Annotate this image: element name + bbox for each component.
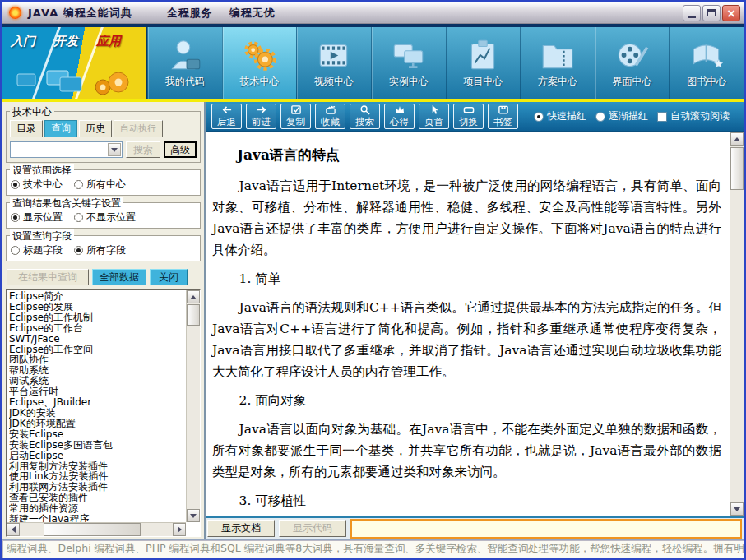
logo-tab-apply[interactable]: 应用 — [96, 34, 121, 49]
logo-tab-develop[interactable]: 开发 — [53, 34, 78, 49]
radio-icon — [534, 112, 544, 122]
checkbox-auto-scroll[interactable]: 自动滚动阅读 — [657, 109, 730, 123]
toolbar-label: 切换 — [459, 116, 478, 128]
document-scrollbar[interactable] — [730, 132, 744, 516]
list-vertical-scrollbar[interactable] — [186, 290, 200, 522]
search-icon — [359, 104, 372, 115]
article-paragraph: Java语言以面向对象为基础。在Java语言中，不能在类外面定义单独的数据和函数… — [212, 419, 721, 483]
radio-icon — [74, 180, 83, 189]
scroll-down-button[interactable] — [730, 502, 744, 516]
nav-item-book-center[interactable]: 图书中心 — [669, 27, 744, 99]
maximize-icon — [707, 9, 716, 16]
scroll-thumb[interactable] — [187, 304, 200, 326]
scroll-thumb[interactable] — [730, 147, 744, 190]
switch-button[interactable]: 切换 — [453, 104, 484, 129]
triangle-up-icon — [190, 292, 197, 299]
radio-title-field[interactable]: 标题字段 — [11, 243, 63, 257]
triangle-down-icon — [190, 514, 197, 521]
collect-button[interactable]: 收藏 — [315, 104, 345, 129]
search-button[interactable]: 搜索 — [126, 141, 160, 158]
triangle-up-icon — [734, 134, 740, 141]
radio-fast-highlight[interactable]: 快速描红 — [534, 109, 586, 123]
radio-show-position[interactable]: 显示位置 — [11, 211, 63, 224]
scroll-right-button[interactable] — [173, 523, 186, 536]
show-code-button[interactable]: 显示代码 — [279, 520, 346, 537]
list-item[interactable]: JDK的环境配置 — [9, 419, 186, 429]
maximize-button[interactable] — [702, 5, 721, 21]
nav-item-ui-center[interactable]: 界面中心 — [595, 27, 670, 99]
search-text-button[interactable]: 搜索 — [350, 104, 380, 129]
zip-folder-icon — [539, 38, 577, 72]
page-top-button[interactable]: 页首 — [419, 104, 449, 129]
insight-button[interactable]: 心得 — [384, 104, 415, 129]
article-paragraph: Java语言的语法规则和C++语言类似。它通过提供最基本的方法完成指定的任务。但… — [212, 297, 721, 382]
radio-all-fields[interactable]: 所有字段 — [74, 243, 126, 257]
close-panel-button[interactable]: 关闭 — [150, 269, 188, 285]
list-item[interactable]: 启动Eclipse — [9, 451, 186, 461]
toolbar-label: 复制 — [286, 116, 305, 128]
radio-tech-center[interactable]: 技术中心 — [11, 178, 63, 192]
list-horizontal-scrollbar[interactable] — [7, 522, 186, 536]
group-title: 设置查询字段 — [10, 229, 74, 243]
scroll-left-button[interactable] — [7, 523, 20, 536]
list-item[interactable]: Eclipse的工作台 — [9, 323, 186, 334]
combo-dropdown-button[interactable] — [108, 143, 121, 156]
radio-gradual-highlight[interactable]: 逐渐描红 — [595, 109, 648, 123]
nav-items: 我的代码 技术中心 — [147, 27, 744, 99]
radio-label: 显示位置 — [23, 211, 63, 224]
scroll-up-button[interactable] — [187, 290, 200, 303]
radio-all-centers[interactable]: 所有中心 — [74, 178, 126, 192]
list-item[interactable]: Eclipse简介 — [9, 291, 186, 302]
keyword-input[interactable] — [12, 143, 107, 156]
toolbar-label: 搜索 — [355, 116, 374, 128]
nav-item-example-center[interactable]: 实例中心 — [371, 27, 446, 99]
close-button[interactable]: × — [722, 5, 740, 21]
minimize-button[interactable] — [683, 5, 701, 21]
nav-item-project-center[interactable]: 项目中心 — [446, 27, 521, 99]
query-field-group: 设置查询字段 标题字段 所有字段 — [6, 235, 201, 261]
query-in-results-button[interactable]: 在结果中查询 — [7, 269, 89, 285]
nav-item-solution-center[interactable]: 方案中心 — [520, 27, 595, 99]
title-slogan-text: 编程无优 — [229, 6, 276, 21]
tab-catalog[interactable]: 目录 — [10, 120, 43, 137]
minimize-icon — [688, 16, 696, 18]
advanced-button[interactable]: 高级 — [164, 141, 197, 158]
list-item[interactable]: JDK的安装 — [9, 408, 186, 419]
radio-icon — [74, 213, 83, 222]
keyword-combobox[interactable] — [10, 141, 123, 158]
scroll-down-button[interactable] — [187, 509, 200, 522]
tab-query[interactable]: 查询 — [44, 120, 77, 137]
radio-label: 不显示位置 — [86, 211, 136, 224]
nav-item-video-center[interactable]: 视频中心 — [296, 27, 371, 99]
copy-button[interactable]: 复制 — [280, 104, 311, 129]
all-data-button[interactable]: 全部数据 — [92, 269, 146, 285]
triangle-down-icon — [734, 507, 740, 515]
show-document-button[interactable]: 显示文档 — [207, 520, 275, 537]
forward-button[interactable]: 前进 — [246, 104, 276, 129]
nav-item-my-code[interactable]: 我的代码 — [147, 27, 222, 99]
bookmark-button[interactable]: 书签 — [488, 104, 518, 129]
article-heading: 1. 简单 — [212, 268, 721, 289]
tab-auto-execute[interactable]: 自动执行 — [114, 120, 163, 137]
list-item[interactable]: 安装Eclipse — [9, 429, 186, 440]
nav-strip: 入门 开发 应用 我的代码 — [2, 24, 744, 102]
cursor-icon — [428, 104, 441, 115]
reading-options: 快速描红 逐渐描红 自动滚动阅读 — [534, 109, 730, 123]
back-button[interactable]: 后退 — [211, 104, 242, 129]
note-input-box[interactable] — [350, 519, 742, 539]
nav-label: 技术中心 — [239, 75, 279, 89]
logo-tab-beginner[interactable]: 入门 — [11, 34, 35, 49]
list-item[interactable]: 新建一个Java程序 — [9, 514, 186, 522]
list-item[interactable]: Eclipse的发展 — [9, 302, 186, 312]
tab-history[interactable]: 历史 — [79, 120, 112, 137]
scroll-thumb[interactable] — [44, 523, 141, 536]
bookmark-icon — [497, 104, 510, 115]
scroll-up-button[interactable] — [730, 132, 744, 146]
list-item[interactable]: SWT/JFace — [9, 334, 186, 345]
list-item[interactable]: 安装Eclipse多国语言包 — [9, 440, 186, 451]
nav-item-tech-center[interactable]: 技术中心 — [222, 27, 297, 99]
note-input[interactable] — [352, 521, 740, 538]
title-bar: JAVA 编程全能词典 全程服务 编程无优 × — [2, 2, 744, 24]
radio-hide-position[interactable]: 不显示位置 — [74, 211, 136, 224]
list-item[interactable]: Eclipse的工作机制 — [9, 312, 186, 323]
